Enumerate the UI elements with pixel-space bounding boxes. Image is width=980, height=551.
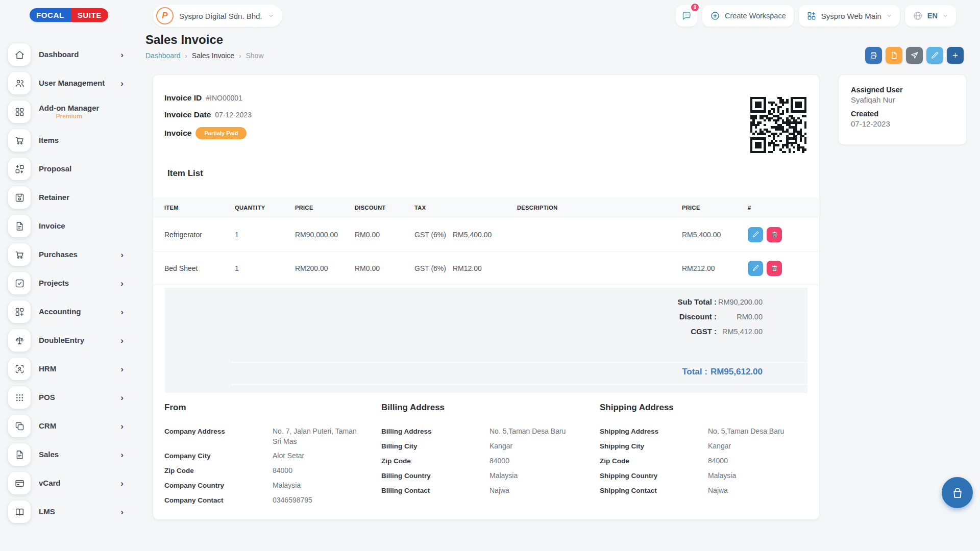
- row-delete-button[interactable]: [767, 261, 782, 276]
- cell-price: RM90,000.00: [295, 231, 355, 239]
- field-value: Kangar: [489, 441, 584, 452]
- sidebar-item-accounting[interactable]: Accounting ›: [8, 300, 124, 323]
- send-button[interactable]: [906, 47, 923, 64]
- field-label: Zip Code: [600, 456, 708, 466]
- pencil-icon: [930, 51, 939, 60]
- sidebar-item-label: Items: [39, 136, 59, 145]
- sidebar-item-retainer[interactable]: Retainer: [8, 186, 124, 209]
- cell-tax: GST (6%)RM12.00: [414, 264, 517, 272]
- breadcrumb-sales-invoice[interactable]: Sales Invoice: [192, 52, 234, 60]
- cell-row-price: RM212.00: [682, 264, 748, 272]
- field-label: Billing Address: [381, 427, 489, 437]
- messages-button[interactable]: 0: [676, 5, 697, 27]
- workspace-selector[interactable]: P Syspro Digital Sdn. Bhd.: [153, 5, 282, 27]
- shopping-bag-icon: [951, 486, 964, 499]
- breadcrumb: Dashboard › Sales Invoice › Show: [145, 52, 264, 60]
- billing-title: Billing Address: [381, 403, 600, 413]
- field-value: Malaysia: [273, 481, 367, 491]
- item-table-header: ITEM QUANTITY PRICE DISCOUNT TAX DESCRIP…: [153, 197, 819, 218]
- grid-plus-icon: [806, 11, 817, 21]
- sidebar-item-pos[interactable]: POS ›: [8, 386, 124, 409]
- row-edit-button[interactable]: [748, 261, 763, 276]
- card-icon: [8, 472, 31, 494]
- cart-icon: [8, 243, 31, 266]
- field-value: Najwa: [489, 486, 584, 496]
- chevron-down-icon: [268, 13, 274, 19]
- sidebar-item-label: Sales: [39, 450, 59, 459]
- field-label: Zip Code: [164, 466, 273, 476]
- sidebar-item-purchases[interactable]: Purchases ›: [8, 243, 124, 266]
- field-value: 0346598795: [273, 495, 367, 506]
- dots-grid-icon: [8, 386, 31, 409]
- page-title: Sales Invoice: [145, 33, 264, 47]
- discount-label: Discount :: [679, 312, 717, 321]
- cell-quantity: 1: [235, 264, 295, 272]
- sidebar-item-doubleentry[interactable]: DoubleEntry ›: [8, 329, 124, 352]
- print-button[interactable]: [865, 47, 882, 64]
- app-logo: FOCALSUITE: [30, 8, 108, 22]
- sidebar-nav: Dashboard › User Management › Add-on Man…: [0, 43, 132, 523]
- created-value: 07-12-2023: [851, 119, 954, 128]
- sidebar-item-user-management[interactable]: User Management ›: [8, 72, 124, 94]
- workspace-menu-label: Syspro Web Main: [821, 12, 881, 20]
- field-label: Billing City: [381, 441, 489, 452]
- sidebar-item-proposal[interactable]: Proposal: [8, 158, 124, 180]
- sidebar-item-sales[interactable]: Sales ›: [8, 443, 124, 466]
- chevron-right-icon: ›: [120, 479, 124, 488]
- document-button[interactable]: [886, 47, 902, 64]
- trash-icon: [771, 264, 778, 272]
- field-label: Shipping Country: [600, 471, 708, 481]
- sidebar-item-label: User Management: [39, 79, 105, 88]
- sidebar-item-vcard[interactable]: vCard ›: [8, 472, 124, 494]
- chevron-right-icon: ›: [120, 251, 124, 259]
- field-value: No. 5,Taman Desa Baru: [708, 427, 802, 437]
- sidebar-item-hrm[interactable]: HRM ›: [8, 358, 124, 380]
- notification-badge: 0: [690, 3, 700, 12]
- breadcrumb-dashboard[interactable]: Dashboard: [145, 52, 181, 60]
- col-actions: #: [748, 205, 814, 211]
- field-value: 84000: [273, 466, 367, 476]
- language-selector[interactable]: EN: [905, 5, 956, 27]
- sidebar: FOCALSUITE Dashboard › User Management ›…: [0, 0, 132, 551]
- field-label: Billing Country: [381, 471, 489, 481]
- breadcrumb-current: Show: [246, 52, 263, 60]
- chevron-right-icon: ›: [120, 79, 124, 88]
- pencil-icon: [752, 231, 760, 238]
- home-icon: [8, 43, 31, 66]
- plus-icon: [951, 51, 960, 60]
- col-price: PRICE: [295, 205, 355, 211]
- sidebar-item-dashboard[interactable]: Dashboard ›: [8, 43, 124, 66]
- field-value: 84000: [708, 456, 802, 466]
- create-workspace-button[interactable]: Create Workspace: [702, 5, 794, 27]
- row-delete-button[interactable]: [767, 227, 782, 242]
- page-actions: [865, 47, 964, 64]
- sidebar-item-label: Purchases: [39, 250, 78, 259]
- cell-discount: RM0.00: [355, 231, 414, 239]
- topbar: P Syspro Digital Sdn. Bhd. 0 Create Work…: [153, 4, 956, 28]
- sidebar-item-invoice[interactable]: Invoice: [8, 215, 124, 237]
- row-edit-button[interactable]: [748, 227, 763, 242]
- sidebar-item-items[interactable]: Items: [8, 129, 124, 152]
- field-label: Company Address: [164, 427, 273, 446]
- chevron-right-icon: ›: [120, 51, 124, 59]
- edit-button[interactable]: [926, 47, 943, 64]
- sidebar-item-lms[interactable]: LMS ›: [8, 500, 124, 523]
- add-button[interactable]: [947, 47, 964, 64]
- field-label: Company Contact: [164, 495, 273, 506]
- assigned-user-value: Syafiqah Nur: [851, 95, 954, 104]
- sidebar-item-crm[interactable]: CRM ›: [8, 415, 124, 437]
- item-list-title: Item List: [167, 168, 203, 179]
- cart-fab-button[interactable]: [942, 477, 973, 508]
- workspace-menu-button[interactable]: Syspro Web Main: [799, 5, 900, 27]
- cell-discount: RM0.00: [355, 264, 414, 272]
- cell-tax: GST (6%)RM5,400.00: [414, 231, 517, 239]
- qr-code: [750, 97, 806, 153]
- sidebar-item-addon-manager[interactable]: Add-on ManagerPremium: [8, 101, 124, 123]
- create-workspace-label: Create Workspace: [725, 12, 786, 20]
- copy-icon: [8, 415, 31, 437]
- grid-plus-icon: [8, 300, 31, 323]
- sidebar-item-projects[interactable]: Projects ›: [8, 272, 124, 294]
- created-label: Created: [851, 110, 954, 118]
- book-icon: [8, 500, 31, 523]
- person-target-icon: [8, 358, 31, 380]
